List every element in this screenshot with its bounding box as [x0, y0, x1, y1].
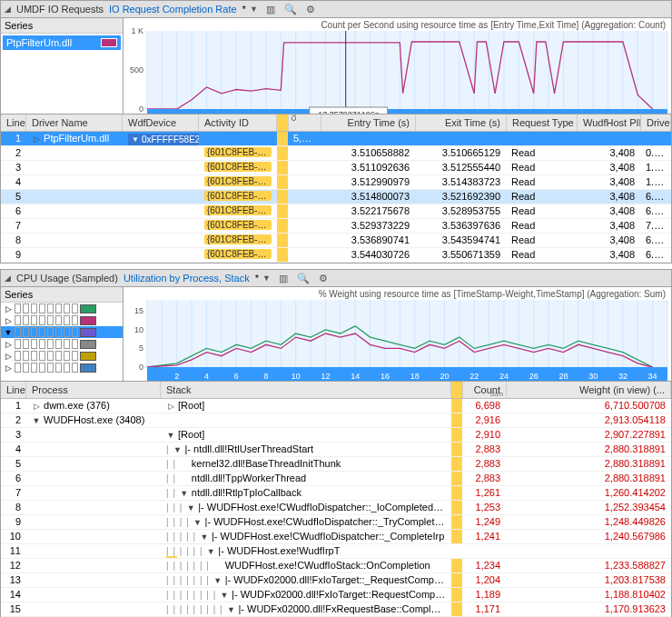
col-process[interactable]: Process: [26, 382, 161, 398]
cpu-title-right[interactable]: Utilization by Process, Stack: [124, 273, 250, 284]
svg-text:26: 26: [529, 372, 539, 381]
svg-text:24: 24: [499, 372, 509, 381]
table-row[interactable]: 7| | ▼ ntdll.dll!RtlpTpIoCallback1,2611,…: [1, 486, 671, 501]
table-row[interactable]: 11| | | | | | ▼ |- WUDFHost.exe!WudfIrpT…: [1, 544, 671, 559]
table-row[interactable]: 3{601C8FEB-3A8E-0...3.5110926363.5125554…: [1, 161, 671, 175]
search-icon[interactable]: 🔍: [296, 271, 311, 285]
svg-text:1 K: 1 K: [131, 26, 143, 35]
series-mini-row[interactable]: ▷: [1, 362, 123, 373]
io-grid-header: Line # Driver Name WdfDevice Activity ID…: [1, 114, 671, 132]
svg-rect-44: [147, 300, 667, 367]
col-gold-divider: [277, 114, 289, 131]
svg-text:10: 10: [134, 325, 143, 334]
col-line[interactable]: Line #: [1, 114, 26, 131]
io-panel-titlebar: ◢ UMDF IO Requests IO Request Completion…: [0, 0, 672, 18]
svg-text:2: 2: [174, 372, 179, 381]
col-line[interactable]: Line #: [1, 382, 26, 398]
table-row[interactable]: 9| | | | ▼ |- WUDFHost.exe!CWudfIoDispat…: [1, 515, 671, 530]
io-title-right[interactable]: IO Request Completion Rate: [109, 4, 237, 15]
table-row[interactable]: 9{601C8FEB-3A8E-0...3.5440307263.5506713…: [1, 248, 671, 263]
table-row[interactable]: 4| ▼ |- ntdll.dll!RtlUserThreadStart2,88…: [1, 443, 671, 457]
table-row[interactable]: 8{601C8FEB-3A8E-0...3.5368907413.5435947…: [1, 234, 671, 248]
io-caret-icon[interactable]: ◢: [5, 5, 11, 14]
chart-tool-icon[interactable]: ▥: [263, 2, 278, 16]
series-mini-row[interactable]: ▷: [1, 338, 123, 350]
svg-text:0: 0: [139, 104, 143, 114]
svg-text:32: 32: [618, 372, 628, 381]
table-row[interactable]: 1▷ PtpFilterUm.dll▼0xFFFFF58E2DFB...5,83…: [1, 132, 671, 146]
col-gold-divider: [451, 382, 463, 398]
gear-icon[interactable]: ⚙: [303, 2, 318, 16]
col-duration[interactable]: Driver Owned Duration (ms): [641, 114, 671, 131]
series-mini-row[interactable]: ▼: [1, 326, 123, 338]
table-row[interactable]: 12| | | | | | | WUDFHost.exe!CWudfIoStac…: [1, 559, 671, 573]
col-count[interactable]: Count Sum: [463, 382, 507, 398]
dropdown-icon[interactable]: ▼: [250, 5, 258, 14]
svg-text:5: 5: [139, 343, 143, 353]
cpu-chart-caption: % Weight using resource time as [TimeSta…: [319, 289, 666, 299]
table-row[interactable]: 10| | | | | ▼ |- WUDFHost.exe!CWudfIoDis…: [1, 530, 671, 544]
col-reqtype[interactable]: Request Type: [507, 114, 578, 131]
gear-icon[interactable]: ⚙: [316, 271, 331, 285]
col-weight[interactable]: Weight (in view) (...: [507, 382, 671, 398]
col-activity[interactable]: Activity ID: [199, 114, 277, 131]
col-count[interactable]: Count: [289, 114, 321, 131]
col-wdf[interactable]: WdfDevice: [123, 114, 199, 131]
svg-text:6: 6: [234, 372, 239, 381]
table-row[interactable]: 5{601C8FEB-3A8E-0...3.5148000733.5216923…: [1, 190, 671, 204]
table-row[interactable]: 6{601C8FEB-3A8E-0...3.5221756783.5289537…: [1, 204, 671, 219]
cpu-grid-header: Line # Process Stack Count Sum Weight (i…: [1, 382, 671, 399]
table-row[interactable]: 1▷ dwm.exe (376)▷ [Root]6,6986,710.50070…: [1, 399, 671, 413]
cpu-grid: Line # Process Stack Count Sum Weight (i…: [0, 382, 672, 617]
cpu-panel-titlebar: ◢ CPU Usage (Sampled) Utilization by Pro…: [0, 269, 672, 287]
svg-text:12: 12: [321, 372, 330, 381]
col-stack[interactable]: Stack: [161, 382, 451, 398]
svg-text:10: 10: [292, 372, 301, 381]
io-chart[interactable]: Count per Second using resource time as …: [124, 18, 671, 114]
svg-text:18: 18: [410, 372, 420, 381]
table-row[interactable]: 14| | | | | | | | ▼ |- WUDFx02000.dll!Fx…: [1, 588, 671, 602]
dropdown-icon[interactable]: ▼: [262, 274, 271, 283]
series-header: Series: [1, 18, 123, 34]
svg-text:8: 8: [263, 372, 268, 381]
io-series-pane: Series PtpFilterUm.dll: [1, 18, 124, 114]
series-swatch: [101, 38, 117, 47]
col-exit[interactable]: Exit Time (s): [416, 114, 507, 131]
table-row[interactable]: 7{601C8FEB-3A8E-0...3.5293732293.5363976…: [1, 219, 671, 234]
table-row[interactable]: 8| | | ▼ |- WUDFHost.exe!CWudfIoDispatch…: [1, 501, 671, 515]
table-row[interactable]: 2{601C8FEB-3A8E-0...3.5106588823.5106651…: [1, 146, 671, 161]
col-pid[interactable]: WudfHost PID: [578, 114, 641, 131]
series-item-ptpfilter[interactable]: PtpFilterUm.dll: [3, 35, 121, 50]
cpu-chart[interactable]: % Weight using resource time as [TimeSta…: [124, 287, 671, 381]
col-entry[interactable]: Entry Time (s): [321, 114, 416, 131]
table-row[interactable]: 6| | ntdll.dll!TppWorkerThread2,8832,880…: [1, 472, 671, 486]
svg-text:14: 14: [351, 372, 360, 381]
io-grid: Line # Driver Name WdfDevice Activity ID…: [0, 114, 672, 264]
cpu-series-pane: Series ▷▷▼▷▷▷: [1, 287, 124, 381]
svg-text:30: 30: [588, 372, 598, 381]
table-row[interactable]: 3▼ [Root]2,9102,907.227891: [1, 428, 671, 443]
cpu-caret-icon[interactable]: ◢: [5, 274, 11, 283]
io-title-left: UMDF IO Requests: [16, 4, 104, 15]
svg-text:13.3579271106s: 13.3579271106s: [318, 110, 380, 114]
table-row[interactable]: 15| | | | | | | | | ▼ |- WUDFx02000.dll!…: [1, 602, 671, 617]
chart-tool-icon[interactable]: ▥: [276, 271, 291, 285]
svg-text:0: 0: [139, 363, 143, 372]
svg-text:4: 4: [204, 372, 209, 381]
svg-text:34: 34: [648, 372, 657, 381]
table-row[interactable]: 4{601C8FEB-3A8E-0...3.5129909793.5143837…: [1, 175, 671, 190]
svg-text:500: 500: [130, 65, 143, 75]
svg-text:15: 15: [134, 306, 143, 315]
search-icon[interactable]: 🔍: [283, 2, 298, 16]
table-row[interactable]: 13| | | | | | | ▼ |- WUDFx02000.dll!FxIo…: [1, 573, 671, 588]
table-row[interactable]: 5| | kernel32.dll!BaseThreadInitThunk2,8…: [1, 457, 671, 472]
cpu-title-left: CPU Usage (Sampled): [16, 273, 118, 284]
series-header: Series: [1, 287, 123, 303]
series-mini-row[interactable]: ▷: [1, 303, 123, 314]
table-row[interactable]: 2▼ WUDFHost.exe (3408)2,9162,913.054118: [1, 413, 671, 428]
series-mini-row[interactable]: ▷: [1, 314, 123, 326]
series-mini-row[interactable]: ▷: [1, 350, 123, 362]
svg-text:28: 28: [558, 372, 568, 381]
svg-text:16: 16: [380, 372, 390, 381]
col-driver[interactable]: Driver Name: [26, 114, 123, 131]
